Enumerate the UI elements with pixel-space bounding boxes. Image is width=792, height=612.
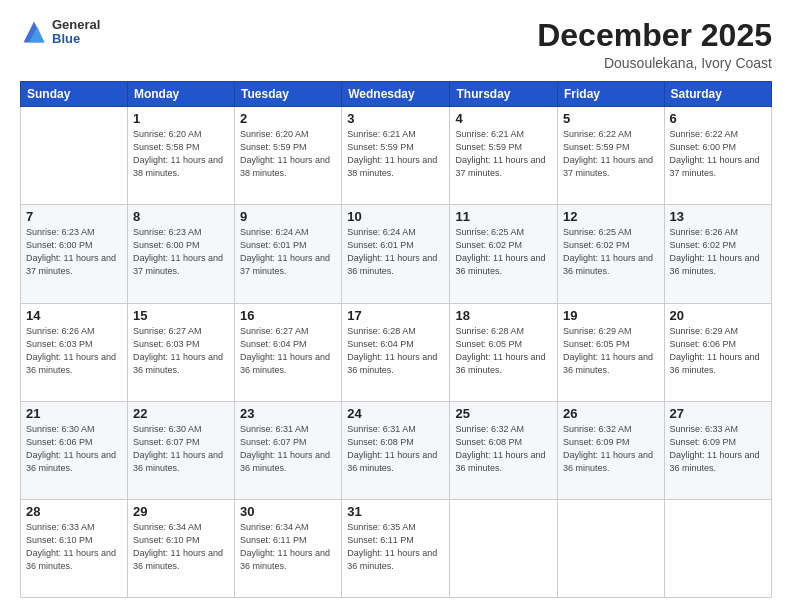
day-info: Sunrise: 6:26 AM Sunset: 6:02 PM Dayligh… <box>670 226 766 278</box>
calendar-cell: 25Sunrise: 6:32 AM Sunset: 6:08 PM Dayli… <box>450 401 558 499</box>
day-number: 28 <box>26 504 122 519</box>
day-number: 8 <box>133 209 229 224</box>
day-number: 1 <box>133 111 229 126</box>
day-number: 31 <box>347 504 444 519</box>
calendar-cell: 12Sunrise: 6:25 AM Sunset: 6:02 PM Dayli… <box>558 205 665 303</box>
day-info: Sunrise: 6:25 AM Sunset: 6:02 PM Dayligh… <box>563 226 659 278</box>
day-number: 11 <box>455 209 552 224</box>
day-info: Sunrise: 6:31 AM Sunset: 6:07 PM Dayligh… <box>240 423 336 475</box>
day-info: Sunrise: 6:22 AM Sunset: 6:00 PM Dayligh… <box>670 128 766 180</box>
day-number: 4 <box>455 111 552 126</box>
calendar-cell: 13Sunrise: 6:26 AM Sunset: 6:02 PM Dayli… <box>664 205 771 303</box>
day-info: Sunrise: 6:22 AM Sunset: 5:59 PM Dayligh… <box>563 128 659 180</box>
header-day-sunday: Sunday <box>21 82 128 107</box>
calendar-table: SundayMondayTuesdayWednesdayThursdayFrid… <box>20 81 772 598</box>
day-number: 6 <box>670 111 766 126</box>
calendar-cell: 29Sunrise: 6:34 AM Sunset: 6:10 PM Dayli… <box>127 499 234 597</box>
header-day-monday: Monday <box>127 82 234 107</box>
day-info: Sunrise: 6:27 AM Sunset: 6:03 PM Dayligh… <box>133 325 229 377</box>
day-info: Sunrise: 6:33 AM Sunset: 6:09 PM Dayligh… <box>670 423 766 475</box>
day-number: 19 <box>563 308 659 323</box>
calendar-week-row: 1Sunrise: 6:20 AM Sunset: 5:58 PM Daylig… <box>21 107 772 205</box>
day-number: 13 <box>670 209 766 224</box>
calendar-cell <box>21 107 128 205</box>
day-number: 18 <box>455 308 552 323</box>
day-info: Sunrise: 6:29 AM Sunset: 6:05 PM Dayligh… <box>563 325 659 377</box>
header-day-thursday: Thursday <box>450 82 558 107</box>
day-info: Sunrise: 6:32 AM Sunset: 6:09 PM Dayligh… <box>563 423 659 475</box>
day-info: Sunrise: 6:23 AM Sunset: 6:00 PM Dayligh… <box>133 226 229 278</box>
day-number: 24 <box>347 406 444 421</box>
calendar-cell <box>450 499 558 597</box>
logo-blue: Blue <box>52 32 100 46</box>
day-info: Sunrise: 6:27 AM Sunset: 6:04 PM Dayligh… <box>240 325 336 377</box>
day-number: 3 <box>347 111 444 126</box>
day-number: 15 <box>133 308 229 323</box>
day-info: Sunrise: 6:21 AM Sunset: 5:59 PM Dayligh… <box>455 128 552 180</box>
calendar-cell: 2Sunrise: 6:20 AM Sunset: 5:59 PM Daylig… <box>235 107 342 205</box>
calendar-cell: 26Sunrise: 6:32 AM Sunset: 6:09 PM Dayli… <box>558 401 665 499</box>
calendar-cell: 8Sunrise: 6:23 AM Sunset: 6:00 PM Daylig… <box>127 205 234 303</box>
page-subtitle: Dousoulekana, Ivory Coast <box>537 55 772 71</box>
logo-icon <box>20 18 48 46</box>
logo: General Blue <box>20 18 100 47</box>
day-info: Sunrise: 6:24 AM Sunset: 6:01 PM Dayligh… <box>240 226 336 278</box>
day-number: 26 <box>563 406 659 421</box>
calendar-cell: 10Sunrise: 6:24 AM Sunset: 6:01 PM Dayli… <box>342 205 450 303</box>
calendar-cell: 14Sunrise: 6:26 AM Sunset: 6:03 PM Dayli… <box>21 303 128 401</box>
calendar-header-row: SundayMondayTuesdayWednesdayThursdayFrid… <box>21 82 772 107</box>
day-number: 14 <box>26 308 122 323</box>
day-info: Sunrise: 6:32 AM Sunset: 6:08 PM Dayligh… <box>455 423 552 475</box>
day-info: Sunrise: 6:35 AM Sunset: 6:11 PM Dayligh… <box>347 521 444 573</box>
day-number: 21 <box>26 406 122 421</box>
day-number: 16 <box>240 308 336 323</box>
day-number: 27 <box>670 406 766 421</box>
calendar-cell: 27Sunrise: 6:33 AM Sunset: 6:09 PM Dayli… <box>664 401 771 499</box>
calendar-week-row: 21Sunrise: 6:30 AM Sunset: 6:06 PM Dayli… <box>21 401 772 499</box>
day-number: 22 <box>133 406 229 421</box>
day-number: 20 <box>670 308 766 323</box>
day-number: 5 <box>563 111 659 126</box>
calendar-cell: 5Sunrise: 6:22 AM Sunset: 5:59 PM Daylig… <box>558 107 665 205</box>
day-info: Sunrise: 6:34 AM Sunset: 6:10 PM Dayligh… <box>133 521 229 573</box>
calendar-cell: 15Sunrise: 6:27 AM Sunset: 6:03 PM Dayli… <box>127 303 234 401</box>
calendar-cell: 19Sunrise: 6:29 AM Sunset: 6:05 PM Dayli… <box>558 303 665 401</box>
header: General Blue December 2025 Dousoulekana,… <box>20 18 772 71</box>
calendar-week-row: 7Sunrise: 6:23 AM Sunset: 6:00 PM Daylig… <box>21 205 772 303</box>
logo-general: General <box>52 18 100 32</box>
day-info: Sunrise: 6:31 AM Sunset: 6:08 PM Dayligh… <box>347 423 444 475</box>
calendar-cell: 11Sunrise: 6:25 AM Sunset: 6:02 PM Dayli… <box>450 205 558 303</box>
header-day-friday: Friday <box>558 82 665 107</box>
day-info: Sunrise: 6:23 AM Sunset: 6:00 PM Dayligh… <box>26 226 122 278</box>
day-info: Sunrise: 6:28 AM Sunset: 6:04 PM Dayligh… <box>347 325 444 377</box>
day-number: 7 <box>26 209 122 224</box>
header-day-saturday: Saturday <box>664 82 771 107</box>
calendar-cell: 1Sunrise: 6:20 AM Sunset: 5:58 PM Daylig… <box>127 107 234 205</box>
calendar-cell: 18Sunrise: 6:28 AM Sunset: 6:05 PM Dayli… <box>450 303 558 401</box>
calendar-cell <box>664 499 771 597</box>
day-info: Sunrise: 6:30 AM Sunset: 6:07 PM Dayligh… <box>133 423 229 475</box>
day-number: 10 <box>347 209 444 224</box>
title-block: December 2025 Dousoulekana, Ivory Coast <box>537 18 772 71</box>
calendar-cell: 6Sunrise: 6:22 AM Sunset: 6:00 PM Daylig… <box>664 107 771 205</box>
calendar-cell: 30Sunrise: 6:34 AM Sunset: 6:11 PM Dayli… <box>235 499 342 597</box>
calendar-cell: 28Sunrise: 6:33 AM Sunset: 6:10 PM Dayli… <box>21 499 128 597</box>
day-info: Sunrise: 6:26 AM Sunset: 6:03 PM Dayligh… <box>26 325 122 377</box>
calendar-cell: 23Sunrise: 6:31 AM Sunset: 6:07 PM Dayli… <box>235 401 342 499</box>
calendar-cell <box>558 499 665 597</box>
day-info: Sunrise: 6:24 AM Sunset: 6:01 PM Dayligh… <box>347 226 444 278</box>
day-number: 17 <box>347 308 444 323</box>
day-number: 12 <box>563 209 659 224</box>
day-number: 29 <box>133 504 229 519</box>
day-info: Sunrise: 6:20 AM Sunset: 5:59 PM Dayligh… <box>240 128 336 180</box>
day-number: 2 <box>240 111 336 126</box>
header-day-wednesday: Wednesday <box>342 82 450 107</box>
calendar-cell: 4Sunrise: 6:21 AM Sunset: 5:59 PM Daylig… <box>450 107 558 205</box>
calendar-cell: 31Sunrise: 6:35 AM Sunset: 6:11 PM Dayli… <box>342 499 450 597</box>
calendar-cell: 24Sunrise: 6:31 AM Sunset: 6:08 PM Dayli… <box>342 401 450 499</box>
day-number: 30 <box>240 504 336 519</box>
calendar-cell: 3Sunrise: 6:21 AM Sunset: 5:59 PM Daylig… <box>342 107 450 205</box>
day-info: Sunrise: 6:25 AM Sunset: 6:02 PM Dayligh… <box>455 226 552 278</box>
calendar-week-row: 14Sunrise: 6:26 AM Sunset: 6:03 PM Dayli… <box>21 303 772 401</box>
calendar-cell: 9Sunrise: 6:24 AM Sunset: 6:01 PM Daylig… <box>235 205 342 303</box>
